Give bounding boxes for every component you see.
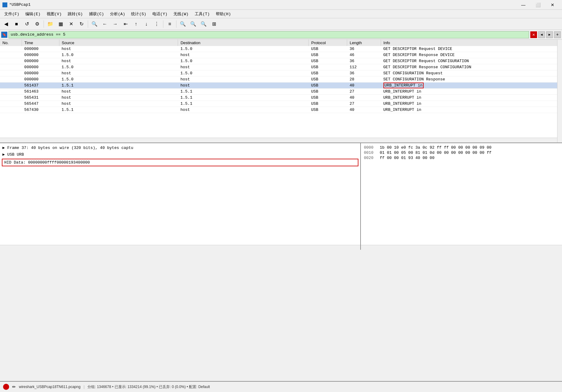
colorize-btn[interactable]: ≡: [165, 19, 175, 29]
filter-prev-arrow[interactable]: ◀: [538, 31, 545, 38]
zoom-out-btn[interactable]: 🔍: [188, 19, 198, 29]
packet-list-hscrollbar[interactable]: [0, 138, 557, 143]
cell-src: host: [59, 58, 178, 64]
table-row[interactable]: 000000 host 1.5.0 USB 36 GET DESCRIPTOR …: [0, 46, 562, 52]
cell-no: [0, 95, 22, 101]
cell-src: host: [59, 46, 178, 52]
minimize-button[interactable]: —: [516, 0, 530, 10]
packet-rows: 000000 host 1.5.0 USB 36 GET DESCRIPTOR …: [0, 46, 562, 113]
menu-wireless[interactable]: 无线(W): [170, 10, 191, 18]
filter-bar: 🔖 ✕ ◀ ▶ +: [0, 30, 562, 40]
find-btn[interactable]: 🔍: [90, 19, 99, 29]
menu-capture[interactable]: 捕获(C): [86, 10, 107, 18]
cell-src: host: [59, 70, 178, 76]
zoom-in-btn[interactable]: 🔍: [178, 19, 188, 29]
col-length[interactable]: Length: [347, 40, 381, 46]
zoom-reset-btn[interactable]: 🔍: [199, 19, 208, 29]
separator-3: [163, 20, 163, 28]
filter-next-arrow[interactable]: ▶: [546, 31, 553, 38]
record-button[interactable]: [3, 384, 9, 390]
prev-btn[interactable]: ←: [100, 19, 110, 29]
col-proto[interactable]: Protocol: [309, 40, 347, 46]
cell-dst: host: [178, 83, 309, 89]
table-row[interactable]: 561463 host 1.5.1 USB 27 URB_INTERRUPT i…: [0, 89, 562, 95]
detail-panel-hscrollbar[interactable]: [0, 245, 360, 250]
go-down-btn[interactable]: ↓: [141, 19, 151, 29]
filter-add-button[interactable]: +: [554, 31, 561, 38]
menu-view[interactable]: 视图(V): [44, 10, 65, 18]
expand-icon-urb[interactable]: ▶: [2, 152, 5, 157]
separator-4: [176, 20, 176, 28]
cell-proto: USB: [309, 101, 347, 107]
table-row-selected[interactable]: 561437 1.5.1 host USB 40 URB_INTERRUPT i…: [0, 83, 562, 89]
detail-frame[interactable]: ▶ Frame 37: 40 bytes on wire (320 bits),…: [0, 144, 360, 151]
menu-analyze[interactable]: 分析(A): [107, 10, 128, 18]
col-info[interactable]: Info: [381, 40, 562, 46]
hex-offset-2: 0020: [364, 156, 375, 160]
cell-no: [0, 107, 22, 113]
cell-len: 36: [347, 70, 381, 76]
stop-capture-btn[interactable]: ■: [12, 19, 21, 29]
edit-icon[interactable]: ✏: [12, 384, 16, 389]
table-row[interactable]: 000000 1.5.0 host USB 112 GET DESCRIPTOR…: [0, 64, 562, 70]
col-time[interactable]: Time: [22, 40, 59, 46]
close-file-btn[interactable]: ↻: [76, 19, 86, 29]
menu-file[interactable]: 文件(F): [1, 10, 22, 18]
table-row[interactable]: 000000 1.5.0 host USB 28 SET CONFIGURATI…: [0, 76, 562, 83]
cell-dst: 1.5.0: [178, 58, 309, 64]
menu-stats[interactable]: 统计(S): [128, 10, 149, 18]
menu-goto[interactable]: 跳转(G): [65, 10, 86, 18]
detail-usb-urb[interactable]: ▶ USB URB: [0, 151, 360, 158]
table-row[interactable]: 567430 1.5.1 host USB 40 URB_INTERRUPT i…: [0, 107, 562, 113]
go-up-btn[interactable]: ↑: [131, 19, 141, 29]
start-capture-btn[interactable]: ◀: [1, 19, 11, 29]
menu-edit[interactable]: 编辑(E): [22, 10, 43, 18]
cell-info: URB_INTERRUPT in: [381, 95, 562, 101]
packet-list-vscrollbar[interactable]: [557, 40, 562, 143]
menu-phone[interactable]: 电话(Y): [149, 10, 170, 18]
table-row[interactable]: 565447 host 1.5.1 USB 27 URB_INTERRUPT i…: [0, 101, 562, 107]
table-row[interactable]: 000000 1.5.0 host USB 46 GET DESCRIPTOR …: [0, 52, 562, 58]
expand-icon-frame[interactable]: ▶: [2, 145, 5, 150]
go-first-btn[interactable]: ⇤: [121, 19, 130, 29]
next-btn[interactable]: →: [110, 19, 120, 29]
cell-proto: USB: [309, 52, 347, 58]
table-btn[interactable]: ▦: [56, 19, 66, 29]
cell-proto: USB: [309, 83, 347, 89]
filter-clear-button[interactable]: ✕: [530, 31, 537, 38]
filter-input[interactable]: [9, 31, 529, 38]
resize-columns-btn[interactable]: ⊞: [209, 19, 219, 29]
table-row[interactable]: 000000 host 1.5.0 USB 36 GET DESCRIPTOR …: [0, 58, 562, 64]
cell-proto: USB: [309, 95, 347, 101]
hex-row-0: 0000 1b 00 10 e0 fc 3a 0c 92 ff ff 00 00…: [364, 145, 559, 150]
menu-help[interactable]: 帮助(H): [213, 10, 234, 18]
toolbar: ◀ ■ ↺ ⚙ 📁 ▦ ✕ ↻ 🔍 ← → ⇤ ↑ ↓ ⋮ ≡ 🔍 🔍 🔍 ⊞: [0, 18, 562, 30]
maximize-button[interactable]: ⬜: [531, 0, 545, 10]
cell-time: 000000: [22, 52, 59, 58]
col-dest[interactable]: Destination: [178, 40, 309, 46]
cell-no: [0, 58, 22, 64]
options-btn[interactable]: ⚙: [32, 19, 42, 29]
cell-info: SET CONFIGURATION Response: [381, 76, 562, 83]
cell-dst: host: [178, 52, 309, 58]
col-no[interactable]: No.: [0, 40, 22, 46]
cell-proto: USB: [309, 64, 347, 70]
close-button[interactable]: ✕: [546, 0, 560, 10]
cell-src: 1.5.0: [59, 76, 178, 83]
cell-time: 565431: [22, 95, 59, 101]
table-row[interactable]: 000000 host 1.5.0 USB 36 SET CONFIGURATI…: [0, 70, 562, 76]
restart-btn[interactable]: ↺: [22, 19, 32, 29]
cell-src: host: [59, 95, 178, 101]
save-btn[interactable]: ✕: [66, 19, 76, 29]
table-row[interactable]: 565431 host 1.5.1 USB 40 URB_INTERRUPT i…: [0, 95, 562, 101]
detail-panel: ▶ Frame 37: 40 bytes on wire (320 bits),…: [0, 143, 361, 250]
col-source[interactable]: Source: [59, 40, 178, 46]
cell-proto: USB: [309, 76, 347, 83]
open-btn[interactable]: 📁: [45, 19, 55, 29]
menu-tools[interactable]: 工具(T): [192, 10, 213, 18]
app-icon: [2, 2, 7, 7]
hex-panel-hscrollbar[interactable]: [361, 245, 562, 250]
go-last-btn[interactable]: ⋮: [152, 19, 162, 29]
cell-time: 567430: [22, 107, 59, 113]
detail-hid-highlighted[interactable]: HID Data: 00000000ffff00000193400000: [2, 159, 358, 166]
